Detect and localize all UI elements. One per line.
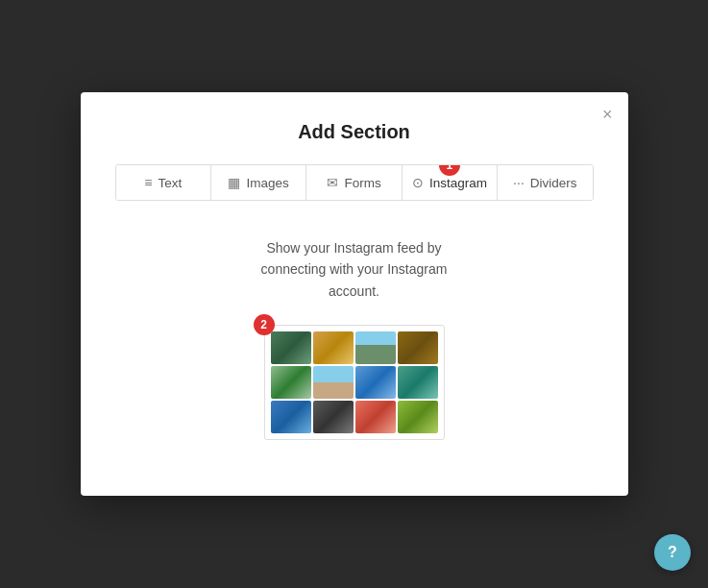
- step-badge-2: 2: [254, 314, 275, 335]
- grid-cell: [355, 331, 396, 364]
- tab-forms[interactable]: ✉ Forms: [306, 165, 402, 200]
- grid-cell: [271, 401, 311, 433]
- tab-instagram[interactable]: 1 ⊙ Instagram: [403, 165, 498, 200]
- grid-cell: [398, 366, 438, 399]
- modal-title: Add Section: [115, 121, 594, 143]
- tab-images-label: Images: [246, 176, 288, 190]
- tab-images[interactable]: ▦ Images: [211, 165, 306, 200]
- grid-cell: [355, 366, 396, 399]
- dividers-icon: ···: [513, 175, 525, 190]
- images-icon: ▦: [228, 175, 240, 190]
- grid-cell: [271, 331, 311, 364]
- step-badge-1: 1: [439, 164, 460, 176]
- tab-forms-label: Forms: [344, 176, 380, 190]
- forms-icon: ✉: [327, 175, 338, 190]
- text-icon: ≡: [144, 175, 152, 190]
- instagram-description: Show your Instagram feed by connecting w…: [249, 237, 460, 302]
- grid-cell: [398, 401, 438, 433]
- grid-cell: [313, 366, 354, 399]
- instagram-grid: [264, 325, 445, 440]
- tab-dividers-label: Dividers: [530, 176, 577, 190]
- modal-dialog: × Add Section ≡ Text ▦ Images ✉ Forms 1 …: [81, 92, 628, 496]
- tab-text-label: Text: [158, 176, 182, 190]
- instagram-icon: ⊙: [412, 175, 424, 190]
- tabs-container: ≡ Text ▦ Images ✉ Forms 1 ⊙ Instagram ··…: [115, 164, 594, 201]
- modal-wrapper: × Add Section ≡ Text ▦ Images ✉ Forms 1 …: [0, 0, 708, 588]
- close-button[interactable]: ×: [602, 106, 613, 123]
- tab-instagram-label: Instagram: [429, 176, 487, 190]
- tab-dividers[interactable]: ··· Dividers: [498, 165, 592, 200]
- grid-cell: [313, 331, 354, 364]
- grid-cell: [271, 366, 311, 399]
- content-area: Show your Instagram feed by connecting w…: [115, 228, 594, 450]
- tab-text[interactable]: ≡ Text: [116, 165, 211, 200]
- instagram-grid-wrapper: 2: [264, 325, 445, 440]
- help-button[interactable]: ?: [654, 534, 691, 571]
- grid-cell: [398, 331, 438, 364]
- grid-cell: [313, 401, 354, 433]
- grid-cell: [355, 401, 396, 433]
